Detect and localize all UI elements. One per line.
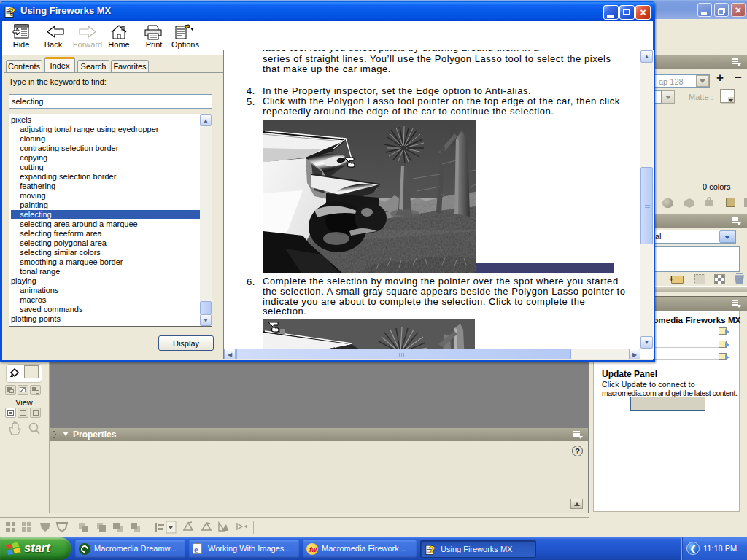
svg-text:?: ? [429, 544, 435, 555]
svg-text:?: ? [9, 5, 15, 18]
